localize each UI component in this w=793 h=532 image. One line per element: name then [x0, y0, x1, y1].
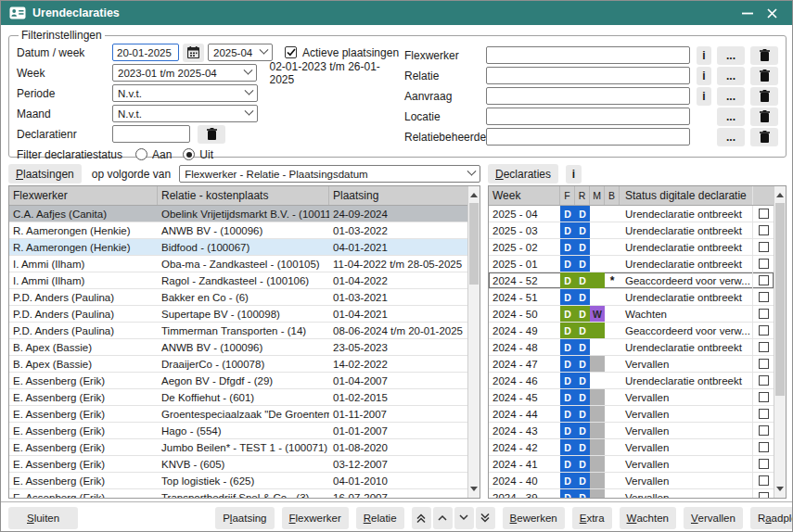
relatiebeheerder-clear-button[interactable]	[750, 128, 778, 146]
plaatsing-row[interactable]: E. Assenberg (Erik) Transportbedrijf Sne…	[9, 489, 467, 499]
declaratienr-clear-button[interactable]	[198, 125, 225, 144]
declaratie-row[interactable]: 2024 - 50 D D W Wachten	[489, 306, 774, 323]
plaatsing-row[interactable]: E. Assenberg (Erik) KNVB - (605) 03-12-2…	[9, 456, 467, 473]
plaatsing-row[interactable]: B. Apex (Bassie) DraaijerCo - (100078) 1…	[9, 356, 467, 373]
flexwerker-input[interactable]	[486, 46, 690, 64]
aanvraag-info-button[interactable]: i	[697, 87, 711, 106]
row-checkbox[interactable]	[759, 275, 769, 285]
locatie-clear-button[interactable]	[750, 108, 778, 126]
declaratie-row[interactable]: 2024 - 44 D D Vervallen	[489, 406, 774, 423]
declaratie-row[interactable]: 2024 - 40 D D Vervallen	[489, 473, 774, 489]
row-checkbox[interactable]	[759, 259, 769, 269]
aanvraag-clear-button[interactable]	[750, 87, 778, 106]
scrollbar-thumb[interactable]	[469, 203, 479, 285]
scroll-up-button[interactable]	[433, 507, 453, 529]
row-checkbox[interactable]	[759, 292, 769, 302]
extra-button[interactable]: Extra	[572, 507, 612, 529]
locatie-input[interactable]	[486, 108, 690, 125]
plaatsing-row[interactable]: R. Aamerongen (Henkie) Bidfood - (100067…	[9, 239, 467, 256]
declaraties-info-button[interactable]: i	[566, 165, 582, 184]
declaraties-button[interactable]: Declaraties	[488, 164, 558, 184]
aanvraag-input[interactable]	[486, 87, 690, 105]
row-checkbox[interactable]	[759, 442, 769, 452]
plaatsing-row[interactable]: P.D. Anders (Paulina) Timmerman Transpor…	[9, 323, 467, 339]
scroll-down-arrow-icon[interactable]	[468, 482, 480, 496]
relatie-clear-button[interactable]	[750, 67, 778, 85]
declaratie-row[interactable]: 2024 - 45 D D Vervallen	[489, 389, 774, 406]
scroll-bottom-button[interactable]	[476, 507, 495, 529]
plaatsing-button[interactable]: Plaatsing	[215, 507, 274, 529]
bewerken-button[interactable]: Bewerken	[503, 507, 565, 529]
declaratie-row[interactable]: 2025 - 04 D D Urendeclaratie ontbreekt	[489, 206, 774, 222]
declaratie-row[interactable]: 2024 - 48 D D Urendeclaratie ontbreekt	[489, 339, 774, 356]
declaratie-row[interactable]: 2024 - 49 D D Geaccordeerd voor verw...	[489, 323, 774, 339]
row-checkbox[interactable]	[759, 309, 769, 319]
plaatsingen-button[interactable]: Plaatsingen	[8, 164, 82, 184]
flexwerker-info-button[interactable]: i	[697, 46, 711, 65]
row-checkbox[interactable]	[759, 242, 769, 252]
row-checkbox[interactable]	[759, 375, 769, 386]
row-checkbox[interactable]	[759, 459, 769, 469]
relatie-button[interactable]: Relatie	[356, 507, 404, 529]
maand-select[interactable]: N.v.t.	[112, 105, 258, 122]
plaatsing-row[interactable]: B. Apex (Bassie) ANWB BV - (100096) 23-0…	[9, 339, 467, 356]
row-checkbox[interactable]	[759, 475, 769, 486]
aanvraag-browse-button[interactable]: ...	[717, 87, 745, 106]
declaratie-row[interactable]: 2024 - 39 D D Vervallen	[489, 489, 774, 499]
relatie-input[interactable]	[486, 67, 690, 84]
wachten-button[interactable]: Wachten	[620, 507, 676, 529]
declaratienr-input[interactable]	[112, 125, 190, 143]
plaatsing-row[interactable]: I. Ammi (Ilham) Ragol - Zandkasteel - (1…	[9, 272, 467, 289]
scroll-up-arrow-icon[interactable]	[774, 188, 786, 202]
order-select[interactable]: Flexwerker - Relatie - Plaatsingsdatum	[179, 165, 480, 183]
status-aan-radio[interactable]	[135, 148, 147, 160]
close-button[interactable]	[760, 1, 784, 25]
sluiten-button[interactable]: Sluiten	[8, 507, 78, 529]
periode-select[interactable]: N.v.t.	[112, 84, 258, 102]
scrollbar-thumb[interactable]	[775, 203, 785, 396]
scroll-down-arrow-icon[interactable]	[774, 482, 786, 496]
flexwerker-browse-button[interactable]: ...	[717, 46, 745, 65]
relatie-browse-button[interactable]: ...	[717, 67, 745, 85]
row-checkbox[interactable]	[759, 492, 769, 499]
row-checkbox[interactable]	[759, 342, 769, 352]
scroll-top-button[interactable]	[412, 507, 431, 529]
status-uit-radio[interactable]	[183, 148, 195, 160]
relatie-info-button[interactable]: i	[697, 67, 711, 85]
plaatsing-row[interactable]: E. Assenberg (Erik) Aegon BV - Dfgdf - (…	[9, 373, 467, 389]
declaratie-row[interactable]: 2025 - 03 D D Urendeclaratie ontbreekt	[489, 222, 774, 239]
flexwerker-clear-button[interactable]	[750, 46, 778, 65]
row-checkbox[interactable]	[759, 209, 769, 219]
calendar-button[interactable]	[183, 44, 204, 62]
actieve-plaatsingen-checkbox[interactable]: Actieve plaatsingen	[285, 46, 399, 59]
minimize-button[interactable]	[735, 1, 760, 25]
declaratie-row[interactable]: 2024 - 46 D D Urendeclaratie ontbreekt	[489, 373, 774, 389]
datum-input[interactable]	[112, 44, 179, 61]
vervallen-button[interactable]: Vervallen	[684, 507, 743, 529]
plaatsing-row[interactable]: C.A. Aafjes (Canita) Obelink Vrijetijdsm…	[9, 206, 467, 222]
locatie-browse-button[interactable]: ...	[717, 108, 745, 126]
plaatsing-row[interactable]: E. Assenberg (Erik) Groentespeciaalzaak …	[9, 406, 467, 423]
plaatsing-row[interactable]: I. Ammi (Ilham) Oba-ma - Zandkasteel - (…	[9, 256, 467, 272]
declaratie-row[interactable]: 2024 - 42 D D Vervallen	[489, 439, 774, 456]
flexwerker-button[interactable]: Flexwerker	[282, 507, 349, 529]
plaatsing-row[interactable]: E. Assenberg (Erik) Hago - (554) 01-01-2…	[9, 423, 467, 439]
row-checkbox[interactable]	[759, 425, 769, 436]
declaratie-row[interactable]: 2025 - 02 D D Urendeclaratie ontbreekt	[489, 239, 774, 256]
week-select[interactable]: 2023-01 t/m 2025-04	[112, 64, 257, 82]
datum-week-select[interactable]: 2025-04	[208, 44, 273, 61]
scroll-up-arrow-icon[interactable]	[468, 188, 480, 202]
declaratie-row[interactable]: 2024 - 51 D D Urendeclaratie ontbreekt	[489, 289, 774, 306]
plaatsing-row[interactable]: R. Aamerongen (Henkie) ANWB BV - (100096…	[9, 222, 467, 239]
plaatsing-row[interactable]: E. Assenberg (Erik) Top logistiek - (625…	[9, 473, 467, 489]
row-checkbox[interactable]	[759, 392, 769, 402]
scroll-down-button[interactable]	[454, 507, 474, 529]
declaratie-row[interactable]: 2024 - 52 D D * Geaccordeerd voor verw..…	[489, 272, 774, 289]
row-checkbox[interactable]	[759, 359, 769, 369]
raadplegen-button[interactable]: Raadplegen	[750, 507, 793, 529]
declaratie-row[interactable]: 2024 - 43 D D Vervallen	[489, 423, 774, 439]
relatiebeheerder-browse-button[interactable]: ...	[717, 128, 745, 146]
row-checkbox[interactable]	[759, 409, 769, 419]
relatiebeheerder-input[interactable]	[486, 128, 690, 146]
plaatsing-row[interactable]: P.D. Anders (Paulina) Supertape BV - (10…	[9, 306, 467, 323]
